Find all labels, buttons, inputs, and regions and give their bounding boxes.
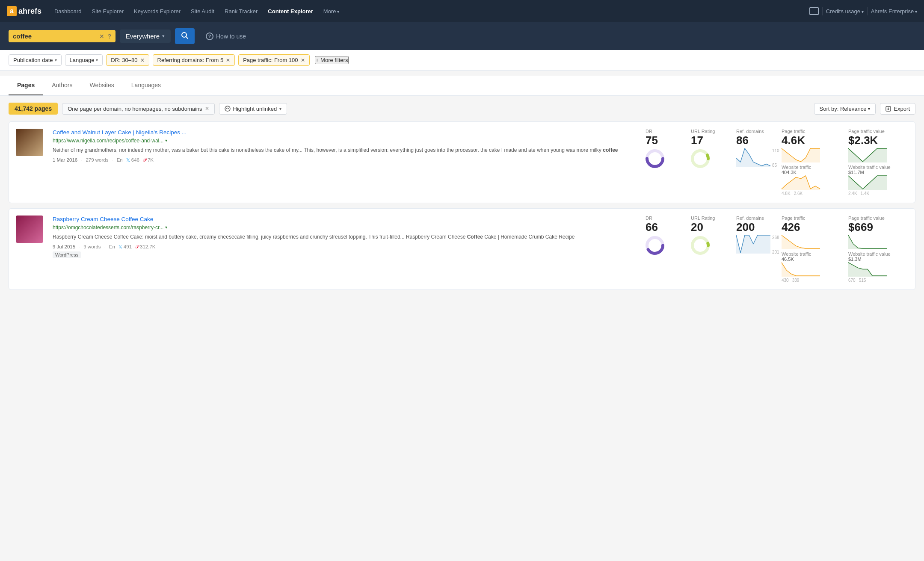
traffic-val-high-label: 2.4K xyxy=(848,191,857,196)
tag-label: WordPress xyxy=(53,251,81,258)
search-input-wrap[interactable]: ✕ ? xyxy=(9,30,116,42)
url-arrow-icon: ▾ xyxy=(165,138,167,143)
tab-languages[interactable]: Languages xyxy=(123,76,169,95)
donut-chart xyxy=(691,149,710,168)
nav-item-site-explorer[interactable]: Site Explorer xyxy=(88,6,128,17)
result-twitter-shares: 𝕏 491 xyxy=(118,244,132,250)
page-traffic-filter-close[interactable]: ✕ xyxy=(301,57,305,63)
dr-label: DR xyxy=(646,129,652,134)
twitter-icon: 𝕏 xyxy=(126,157,130,163)
traffic-low-label: 339 xyxy=(792,278,800,283)
ref-high-label: 110 xyxy=(772,148,779,153)
results-bar: 41,742 pages One page per domain, no hom… xyxy=(9,103,915,115)
ref-high-label: 268 xyxy=(772,235,779,240)
nav-item-content-explorer[interactable]: Content Explorer xyxy=(264,6,317,17)
ref-domains-filter-close[interactable]: ✕ xyxy=(226,57,230,63)
language-filter[interactable]: Language ▾ xyxy=(65,54,103,66)
table-row: Raspberry Cream Cheese Coffee Cake https… xyxy=(9,208,915,290)
website-traffic-value-label: Website traffic value xyxy=(848,165,891,170)
how-to-use-label: How to use xyxy=(216,33,246,40)
ref-domains-label: Ref. domains xyxy=(736,216,764,221)
table-row: Coffee and Walnut Layer Cake | Nigella's… xyxy=(9,121,915,203)
result-date: 9 Jul 2015 xyxy=(53,244,75,249)
result-url[interactable]: https://omgchocolatedesserts.com/raspber… xyxy=(53,224,639,230)
tabs: PagesAuthorsWebsitesLanguages xyxy=(9,76,915,95)
nav-item-more[interactable]: More xyxy=(319,6,344,17)
more-filters-button[interactable]: + More filters xyxy=(315,56,349,64)
page-traffic-filter-label: Page traffic: From 100 xyxy=(243,57,298,63)
export-button[interactable]: Export xyxy=(880,103,915,115)
dr-donut xyxy=(646,149,664,169)
line-chart xyxy=(736,148,770,167)
ref-domains-value: 86 xyxy=(736,135,749,146)
ref-low-label: 201 xyxy=(772,250,779,254)
result-word-count: 279 words xyxy=(86,157,108,162)
page-traffic-value-amount: $2.3K xyxy=(848,135,878,146)
result-date: 1 Mar 2016 xyxy=(53,157,77,162)
donut-chart xyxy=(646,236,664,255)
ur-donut xyxy=(691,149,710,169)
ref-domains-chart xyxy=(736,234,770,255)
ref-domains-chart-wrap: 268 201 xyxy=(736,234,779,255)
clear-icon[interactable]: ✕ xyxy=(99,33,104,40)
search-button[interactable] xyxy=(175,28,195,44)
url-rating-metric: URL Rating 17 xyxy=(691,129,729,171)
page-traffic-filter-tag: Page traffic: From 100 ✕ xyxy=(238,54,309,66)
result-title-link[interactable]: Coffee and Walnut Layer Cake | Nigella's… xyxy=(53,129,639,137)
highlight-unlinked-button[interactable]: Highlight unlinked ▾ xyxy=(219,103,287,115)
traffic-low-label: 2.6K xyxy=(794,191,803,196)
page-traffic-value-metric: Page traffic value $669 Website traffic … xyxy=(848,216,908,283)
donut-chart xyxy=(691,236,710,255)
nav-item-rank-tracker[interactable]: Rank Tracker xyxy=(220,6,262,17)
ur-donut xyxy=(691,236,710,256)
top-nav: a ahrefs DashboardSite ExplorerKeywords … xyxy=(0,0,924,22)
scope-dropdown[interactable]: Everywhere ▾ xyxy=(120,30,171,43)
more-filters-label: More filters xyxy=(320,57,348,63)
logo-icon: a xyxy=(7,6,17,16)
svg-point-7 xyxy=(693,151,708,167)
sort-button[interactable]: Sort by: Relevance ▾ xyxy=(814,103,876,115)
result-pinterest-shares: 𝒫 7K xyxy=(143,157,154,163)
result-info: Raspberry Cream Cheese Coffee Cake https… xyxy=(53,216,639,258)
search-bar: ✕ ? Everywhere ▾ ? How to use xyxy=(0,22,924,50)
pinterest-icon: 𝒫 xyxy=(135,244,139,250)
filter-pill-close[interactable]: ✕ xyxy=(205,106,209,112)
highlight-unlinked-label: Highlight unlinked xyxy=(233,106,277,112)
monitor-icon[interactable] xyxy=(809,7,819,15)
credits-usage[interactable]: Credits usage xyxy=(826,8,864,15)
website-traffic-value-chart xyxy=(848,175,887,191)
website-traffic-chart xyxy=(782,262,820,278)
nav-item-keywords-explorer[interactable]: Keywords Explorer xyxy=(130,6,185,17)
logo[interactable]: a ahrefs xyxy=(7,6,41,16)
svg-point-2 xyxy=(225,106,230,111)
pages-count-badge: 41,742 pages xyxy=(9,103,58,115)
tab-authors[interactable]: Authors xyxy=(43,76,81,95)
how-to-use[interactable]: ? How to use xyxy=(206,32,246,40)
nav-item-site-audit[interactable]: Site Audit xyxy=(187,6,219,17)
tabs-container: PagesAuthorsWebsitesLanguages xyxy=(0,76,924,96)
url-rating-label: URL Rating xyxy=(691,216,715,221)
traffic-chart-labels: 430 339 xyxy=(782,278,799,283)
line-chart xyxy=(782,148,820,162)
dr-filter-close[interactable]: ✕ xyxy=(140,57,145,63)
ahrefs-enterprise[interactable]: Ahrefs Enterprise xyxy=(871,8,917,15)
traffic-val-high-label: 670 xyxy=(848,278,856,283)
url-arrow-icon: ▾ xyxy=(165,225,167,230)
website-traffic-value-chart xyxy=(848,262,887,278)
help-icon[interactable]: ? xyxy=(108,33,111,40)
result-word-count: 9 words xyxy=(83,244,101,249)
result-language: En xyxy=(109,244,115,249)
language-label: Language xyxy=(70,57,95,63)
publication-date-filter[interactable]: Publication date ▾ xyxy=(9,54,62,66)
website-traffic-label: Website traffic xyxy=(782,251,811,257)
dr-metric: DR 75 xyxy=(646,129,684,171)
result-url[interactable]: https://www.nigella.com/recipes/coffee-a… xyxy=(53,138,639,144)
nav-item-dashboard[interactable]: Dashboard xyxy=(50,6,86,17)
search-input[interactable] xyxy=(13,32,96,40)
traffic-val-chart-labels: 670 515 xyxy=(848,278,866,283)
result-meta: 1 Mar 2016 · 279 words · En 𝕏 646 𝒫 7K xyxy=(53,157,639,163)
tab-pages[interactable]: Pages xyxy=(9,76,43,95)
result-title-link[interactable]: Raspberry Cream Cheese Coffee Cake xyxy=(53,216,639,224)
nav-right: Credits usage Ahrefs Enterprise xyxy=(809,7,917,15)
tab-websites[interactable]: Websites xyxy=(81,76,123,95)
